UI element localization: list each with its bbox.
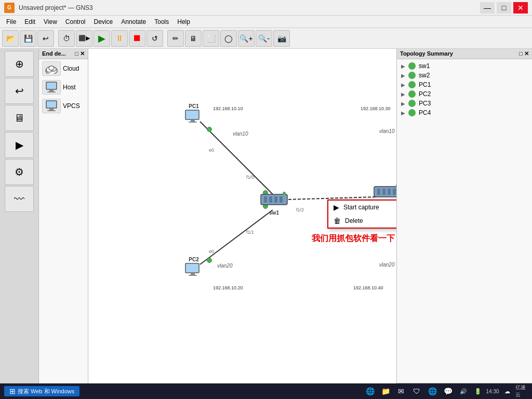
ts-arrow: ▶ — [401, 82, 405, 88]
if-sw1-f12: f1/2 — [296, 207, 304, 212]
back-tool[interactable]: ↩ — [5, 78, 34, 104]
node-sw1[interactable]: sw1 — [260, 189, 288, 216]
svg-point-3 — [49, 66, 54, 70]
ts-arrow: ▶ — [401, 101, 405, 107]
taskbar-edge[interactable]: 🌐 — [426, 385, 438, 397]
taskbar-mail[interactable]: ✉ — [395, 385, 407, 397]
ts-item-pc2[interactable]: ▶ PC2 — [399, 89, 530, 99]
tray-volume[interactable]: 🔋 — [472, 385, 484, 397]
app-icon: G — [4, 3, 15, 13]
ts-dot-sw2 — [408, 72, 416, 79]
ts-arrow: ▶ — [401, 73, 405, 78]
zoom-in-button[interactable]: 🔍+ — [238, 30, 255, 47]
pc2-icon — [184, 262, 203, 277]
device-host[interactable]: Host — [39, 78, 88, 97]
open-button[interactable]: 📂 — [2, 30, 19, 47]
menu-annotate[interactable]: Annotate — [117, 17, 150, 26]
devices-tool[interactable]: ⚙ — [5, 159, 34, 185]
cloud-label: Cloud — [63, 65, 79, 72]
ts-label-pc2: PC2 — [419, 90, 431, 98]
taskbar-store[interactable]: 🛡 — [410, 385, 423, 397]
if-pc1-e0: e0 — [209, 148, 214, 153]
delete-icon: 🗑 — [334, 217, 341, 225]
console-button[interactable]: ⬛▶ — [76, 30, 92, 47]
ctx-start-capture[interactable]: ▶ Start capture — [328, 201, 396, 214]
device-vpcs[interactable]: VPCS — [39, 97, 88, 115]
save-button[interactable]: 💾 — [20, 30, 36, 47]
svg-rect-18 — [185, 263, 199, 273]
ts-dot-pc3 — [408, 100, 416, 107]
taskbar-ie[interactable]: 🌐 — [364, 385, 376, 397]
context-menu: ▶ Start capture 🗑 Delete — [327, 200, 396, 229]
menu-view[interactable]: View — [39, 17, 61, 26]
play-tool[interactable]: ▶ — [5, 132, 34, 158]
close-button[interactable]: ✕ — [513, 2, 528, 14]
undo-button[interactable]: ↩ — [37, 30, 54, 47]
pc2-label: PC2 — [189, 257, 198, 262]
svg-rect-31 — [280, 196, 283, 203]
ts-label-pc4: PC4 — [419, 109, 431, 116]
ts-controls: □ ✕ — [519, 50, 529, 57]
taskbar-gns3[interactable]: 💬 — [442, 385, 454, 397]
menu-edit[interactable]: Edit — [20, 17, 39, 26]
maximize-button[interactable]: □ — [497, 2, 511, 14]
topology-canvas: PC1 PC2 PC3 PC4 — [88, 49, 396, 383]
minimize-button[interactable]: — — [480, 2, 495, 14]
tray-brand[interactable]: 亿速云 — [515, 385, 528, 397]
taskbar-explorer[interactable]: 📁 — [379, 385, 392, 397]
ts-label-sw1: sw1 — [419, 62, 430, 70]
device-cloud[interactable]: Cloud — [39, 59, 88, 78]
menu-control[interactable]: Control — [61, 17, 90, 26]
svg-rect-37 — [393, 189, 396, 195]
menu-device[interactable]: Device — [90, 17, 117, 26]
topology-area[interactable]: PC1 PC2 PC3 PC4 — [88, 49, 397, 383]
menu-tools[interactable]: Tools — [150, 17, 173, 26]
ts-item-pc1[interactable]: ▶ PC1 — [399, 80, 530, 89]
sw1-label: sw1 — [269, 210, 279, 216]
ts-label-pc3: PC3 — [419, 100, 431, 107]
reload-button[interactable]: ↺ — [147, 30, 163, 47]
monitor-tool[interactable]: 🖥 — [5, 105, 34, 131]
title-bar: G Unsaved project* — GNS3 — □ ✕ — [0, 0, 532, 16]
node-pc2[interactable]: PC2 — [184, 257, 203, 277]
node-pc1[interactable]: PC1 — [184, 103, 203, 124]
menu-file[interactable]: File — [2, 17, 20, 26]
windows-icon: ⊞ — [9, 387, 16, 395]
device-panel-header: End de... □ ✕ — [39, 49, 88, 59]
start-all-button[interactable]: ▶ — [94, 30, 110, 47]
ip-pc2: 192.168.10.20 — [213, 285, 243, 290]
move-tool[interactable]: ⊕ — [5, 51, 34, 77]
pause-all-button[interactable]: ⏸ — [111, 30, 128, 47]
annotate-button[interactable]: ✏ — [167, 30, 184, 47]
ctx-delete[interactable]: 🗑 Delete — [328, 214, 396, 228]
start-button[interactable]: ⊞ 搜索 Web 和 Windows — [4, 386, 79, 396]
vlan10-pc1: vlan10 — [233, 131, 248, 137]
zoom-out-button[interactable]: 🔍- — [256, 30, 272, 47]
svg-rect-29 — [269, 196, 272, 203]
device-panel-title: End de... — [42, 50, 66, 57]
rect-button[interactable]: ⬜ — [203, 30, 219, 47]
ellipse-button[interactable]: ◯ — [220, 30, 237, 47]
ts-arrow: ▶ — [401, 110, 405, 116]
stop-all-button[interactable]: ⏹ — [129, 30, 145, 47]
svg-line-11 — [200, 210, 273, 264]
right-panel: Topology Summary □ ✕ ▶ sw1 ▶ sw2 ▶ PC1 — [397, 49, 532, 383]
ts-item-sw1[interactable]: ▶ sw1 — [399, 61, 530, 71]
console2-button[interactable]: 🖥 — [185, 30, 202, 47]
ts-item-sw2[interactable]: ▶ sw2 — [399, 71, 530, 80]
capture-icon: ▶ — [334, 203, 339, 211]
ctx-delete-label: Delete — [345, 217, 363, 224]
link-indicator — [207, 258, 212, 263]
tray-cloud[interactable]: ☁ — [501, 385, 513, 397]
snake-tool[interactable]: 〰 — [5, 186, 34, 212]
ts-item-pc4[interactable]: ▶ PC4 — [399, 108, 530, 117]
ts-item-pc3[interactable]: ▶ PC3 — [399, 99, 530, 108]
ip-pc1: 192.168.10.10 — [213, 106, 243, 111]
screenshot-button[interactable]: 📷 — [273, 30, 290, 47]
svg-rect-35 — [382, 189, 385, 195]
timer-button[interactable]: ⏱ — [58, 30, 75, 47]
window-title: Unsaved project* — GNS3 — [19, 4, 480, 11]
menu-help[interactable]: Help — [173, 17, 194, 26]
svg-point-32 — [283, 192, 286, 195]
tray-network[interactable]: 🔊 — [457, 385, 470, 397]
